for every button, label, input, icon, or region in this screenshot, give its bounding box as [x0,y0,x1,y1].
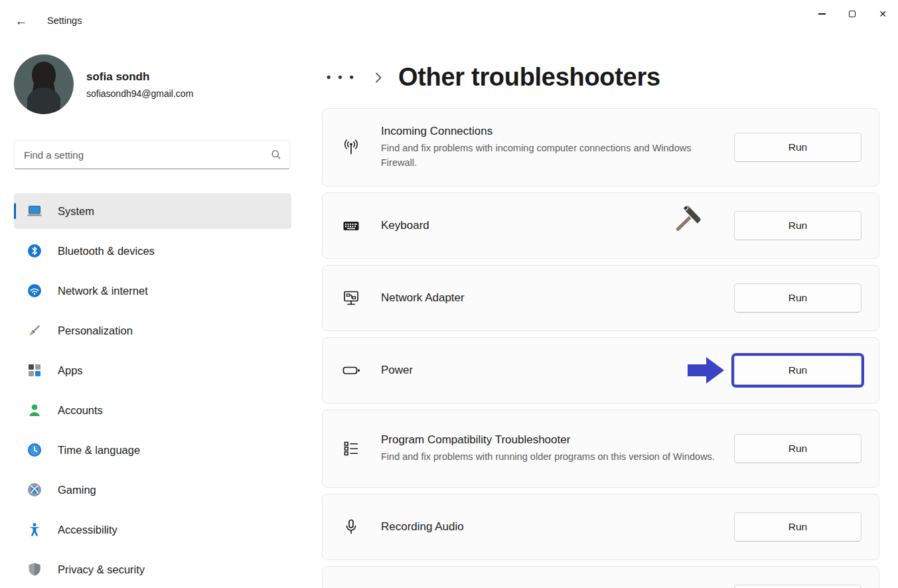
minimize-icon [818,13,826,14]
sidebar-item-personalization[interactable]: Personalization [14,313,291,348]
checklist-icon [341,439,361,458]
run-button[interactable]: Run [734,283,861,313]
window-controls: ✕ [806,0,898,28]
run-button[interactable]: Run [734,434,861,463]
annotation-arrow-icon [688,355,725,386]
troubleshooter-title: Program Compatibility Troubleshooter [381,433,715,447]
card-power: Power Run [322,337,879,404]
sidebar-item-label: Privacy & security [58,563,145,576]
sidebar-item-time-language[interactable]: Time & language [14,432,291,468]
sidebar: sofia sondh sofiasondh94@gmail.com Syste… [0,41,306,588]
titlebar: ← Settings ✕ [0,0,898,41]
search-input[interactable] [15,149,271,161]
paintbrush-icon [27,323,42,338]
sidebar-item-label: Personalization [58,325,133,337]
card-program-compatibility: Program Compatibility Troubleshooter Fin… [322,409,879,488]
troubleshooter-text: Network Adapter [381,291,465,305]
shield-icon [27,561,42,577]
troubleshooter-title: Power [381,364,413,377]
monitor-network-icon [341,289,361,307]
sidebar-item-system[interactable]: System [14,193,291,229]
page-title: Other troubleshooters [398,63,660,92]
sidebar-item-label: Apps [58,364,83,377]
troubleshooter-title: Incoming Connections [381,125,719,138]
maximize-button[interactable] [837,0,867,28]
run-button[interactable]: Run [734,133,861,162]
app-title: Settings [47,15,82,26]
run-button[interactable]: Run [734,585,861,588]
sidebar-item-accounts[interactable]: Accounts [14,392,291,428]
back-button[interactable]: ← [11,11,32,32]
profile-section[interactable]: sofia sondh sofiasondh94@gmail.com [14,54,306,114]
sidebar-item-label: Accounts [58,404,103,417]
main-content: • • • Other troubleshooters Incoming Con… [306,41,898,588]
sidebar-item-privacy-security[interactable]: Privacy & security [14,551,291,587]
card-recording-audio: Recording Audio Run [322,494,879,560]
troubleshooter-description: Find and fix problems with incoming comp… [381,141,719,171]
close-button[interactable]: ✕ [867,0,898,28]
troubleshooter-description: Find and fix problems with running older… [381,449,715,464]
troubleshooter-text: Power [381,364,413,377]
profile-email: sofiasondh94@gmail.com [86,88,193,99]
hammer-cursor-icon [667,203,704,240]
sidebar-item-apps[interactable]: Apps [14,352,291,388]
troubleshooter-list: Incoming Connections Find and fix proble… [322,108,879,588]
chevron-right-icon [374,71,382,84]
troubleshooter-title: Network Adapter [381,291,465,305]
sidebar-item-label: Gaming [58,484,96,496]
search-icon [271,149,281,160]
card-network-adapter: Network Adapter Run [322,265,879,331]
minimize-button[interactable] [806,0,837,28]
sidebar-item-network-internet[interactable]: Network & internet [14,273,291,309]
sidebar-item-gaming[interactable]: Gaming [14,472,291,508]
troubleshooter-text: Recording Audio [381,520,464,534]
breadcrumb-overflow-button[interactable]: • • • [325,68,357,87]
apps-grid-icon [27,362,42,378]
system-icon [27,203,42,219]
sidebar-item-accessibility[interactable]: Accessibility [14,512,291,548]
card-incoming-connections: Incoming Connections Find and fix proble… [322,108,879,186]
troubleshooter-title: Keyboard [381,219,429,232]
breadcrumb: • • • Other troubleshooters [325,58,898,96]
card-partial: Run [322,566,879,588]
sidebar-item-label: Network & internet [58,285,148,297]
search-box[interactable] [14,140,290,169]
bluetooth-icon [27,243,42,259]
sidebar-item-bluetooth-devices[interactable]: Bluetooth & devices [14,233,291,269]
sidebar-nav: System Bluetooth & devices Network & int… [14,193,291,587]
network-globe-icon [27,283,42,299]
run-button[interactable]: Run [734,356,861,385]
clock-icon [27,442,42,458]
sidebar-item-label: System [58,205,94,218]
microphone-icon [341,518,361,536]
selection-indicator [14,203,16,219]
keyboard-icon [341,216,361,235]
troubleshooter-text: Program Compatibility Troubleshooter Fin… [381,433,715,464]
xbox-icon [27,482,42,498]
sidebar-item-label: Bluetooth & devices [58,245,155,257]
accessibility-person-icon [27,522,42,538]
troubleshooter-title: Recording Audio [381,520,464,534]
card-keyboard: Keyboard Run [322,192,879,259]
run-button[interactable]: Run [734,512,861,542]
back-arrow-icon: ← [15,14,28,28]
profile-text: sofia sondh sofiasondh94@gmail.com [86,70,193,99]
sidebar-item-label: Time & language [58,444,140,457]
battery-icon [341,361,361,380]
sidebar-item-label: Accessibility [58,524,117,536]
person-icon [27,402,42,418]
profile-name: sofia sondh [86,70,193,84]
antenna-icon [341,138,361,157]
troubleshooter-text: Incoming Connections Find and fix proble… [381,125,719,171]
run-button[interactable]: Run [734,211,861,240]
avatar [14,54,74,114]
close-icon: ✕ [879,9,887,19]
maximize-icon [849,11,856,17]
troubleshooter-text: Keyboard [381,219,429,232]
